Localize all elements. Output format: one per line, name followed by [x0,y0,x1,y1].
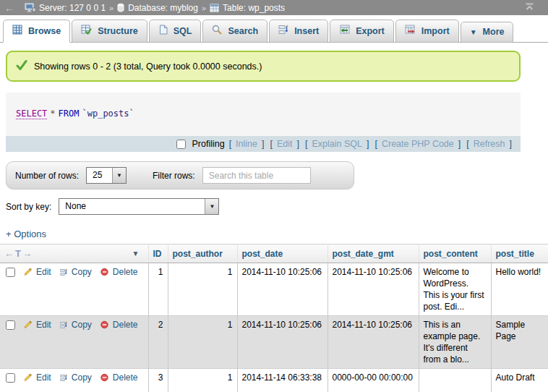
cell-post-date: 2014-11-10 10:25:06 [237,316,327,369]
tab-insert[interactable]: Insert [269,20,328,43]
tab-sql[interactable]: SQL [149,20,202,43]
collapse-panel-icon[interactable] [524,3,535,13]
profiling-checkbox[interactable] [176,140,186,149]
tab-search[interactable]: Search [202,20,267,43]
table-header-row: ←T→ ▼ ID post_author post_date post_date… [0,244,548,263]
delete-row-link[interactable]: Delete [113,372,138,383]
delete-row-link[interactable]: Delete [113,319,138,331]
number-of-rows-select[interactable]: 25 ▼ [86,167,127,184]
edit-pencil-icon [24,267,32,277]
export-icon [339,25,350,37]
tab-browse[interactable]: Browse [3,20,70,43]
refresh-link[interactable]: Refresh [474,139,505,149]
column-header-post-content[interactable]: post_content [419,244,491,263]
options-toggle[interactable]: + Options [6,229,548,239]
tab-more[interactable]: ▼ More [461,22,514,43]
cell-id: 2 [148,316,168,369]
delete-row-link[interactable]: Delete [113,266,138,278]
cell-id: 1 [148,263,168,316]
table-icon [210,4,219,12]
tab-import[interactable]: Import [395,20,459,43]
delete-row-icon [100,267,108,277]
sort-by-key-label: Sort by key: [6,202,51,212]
column-header-post-date[interactable]: post_date [237,244,327,263]
column-header-post-date-gmt[interactable]: post_date_gmt [327,244,419,263]
bracket: [ [270,139,272,149]
cell-post-title: Sample Page [491,316,548,369]
number-of-rows-value: 25 [87,168,112,183]
cell-post-date: 2014-11-10 10:25:06 [237,263,327,316]
bracket: [ [305,139,307,149]
copy-row-link[interactable]: Copy [72,266,92,278]
cell-post-author: 1 [168,369,237,392]
bracket: ] [510,139,512,149]
cell-post-date-gmt: 2014-11-10 10:25:06 [327,316,419,369]
cell-post-date: 2014-11-14 06:33:38 [237,369,327,392]
breadcrumb: ← Server: 127 0 0 1 » Database: myblog »… [0,0,548,15]
back-arrow-icon[interactable]: ← [4,2,14,14]
sql-keyword-select[interactable]: SELECT [16,108,47,119]
sql-table-name: `wp_posts` [82,108,134,119]
chevron-down-icon: ▼ [470,28,477,36]
actions-header-cell: ←T→ ▼ [0,244,148,263]
query-options-bar: Profiling [ Inline ] [ Edit ] [ Explain … [6,136,521,152]
edit-row-link[interactable]: Edit [36,372,51,383]
sql-query-panel: SELECT*FROM`wp_posts` Profiling [ Inline… [6,93,521,152]
column-header-post-title[interactable]: post_title [491,244,548,263]
table-row: Edit Copy Delete 1 1 2014-11-10 10:25:06… [0,263,548,316]
edit-row-link[interactable]: Edit [36,319,51,331]
dropdown-arrow-icon: ▼ [205,199,218,214]
table-row: Edit Copy Delete 3 1 2014-11-14 06:33:38… [0,369,548,392]
edit-pencil-icon [24,372,32,383]
cell-post-content [419,369,491,392]
database-icon [117,3,124,12]
tab-insert-label: Insert [294,26,319,36]
sql-icon [158,25,168,37]
bracket: [ [229,139,231,149]
bracket: [ [466,139,468,149]
cell-id: 3 [148,369,168,392]
cell-post-content: This is an example page. It's different … [419,316,491,369]
breadcrumb-separator: » [202,4,206,12]
inline-link[interactable]: Inline [236,139,257,149]
search-icon [212,25,222,37]
row-checkbox[interactable] [6,268,15,277]
breadcrumb-table-label: Table: wp_posts [223,3,285,13]
edit-query-link[interactable]: Edit [277,139,293,149]
cell-post-title: Auto Draft [491,369,548,392]
column-header-post-author[interactable]: post_author [168,244,237,263]
sql-star: * [50,108,55,119]
filter-rows-input[interactable] [202,167,311,184]
table-row: Edit Copy Delete 2 1 2014-11-10 10:25:06… [0,316,548,369]
dropdown-arrow-icon: ▼ [112,168,126,183]
import-icon [405,25,416,37]
copy-row-link[interactable]: Copy [72,319,92,331]
row-checkbox[interactable] [6,320,15,330]
number-of-rows-label: Number of rows: [15,171,79,181]
breadcrumb-database-label: Database: myblog [128,3,198,13]
explain-sql-link[interactable]: Explain SQL [312,139,361,149]
edit-row-link[interactable]: Edit [36,266,51,278]
tab-export[interactable]: Export [330,20,394,43]
insert-icon [278,25,288,37]
row-checkbox[interactable] [6,373,15,383]
delete-row-icon [100,372,108,383]
sort-by-key-select[interactable]: None ▼ [59,198,219,215]
row-controls-bar: Number of rows: 25 ▼ Filter rows: [6,161,354,189]
breadcrumb-database[interactable]: Database: myblog [117,3,198,13]
tab-more-label: More [483,27,505,37]
bracket: ] [262,139,264,149]
breadcrumb-server[interactable]: Server: 127 0 0 1 [25,3,106,13]
tab-export-label: Export [356,26,385,36]
copy-row-link[interactable]: Copy [72,372,92,383]
cell-post-author: 1 [168,263,237,316]
create-php-code-link[interactable]: Create PHP Code [382,139,454,149]
column-header-id[interactable]: ID [148,244,168,263]
tab-structure[interactable]: Structure [72,20,147,43]
profiling-label: Profiling [192,139,224,149]
breadcrumb-separator: » [109,4,114,12]
breadcrumb-table[interactable]: Table: wp_posts [210,3,285,13]
move-columns-icon[interactable]: ←T→ [4,248,33,259]
sort-menu-icon[interactable]: ▼ [132,250,140,257]
cell-post-date-gmt: 0000-00-00 00:00:00 [327,369,419,392]
